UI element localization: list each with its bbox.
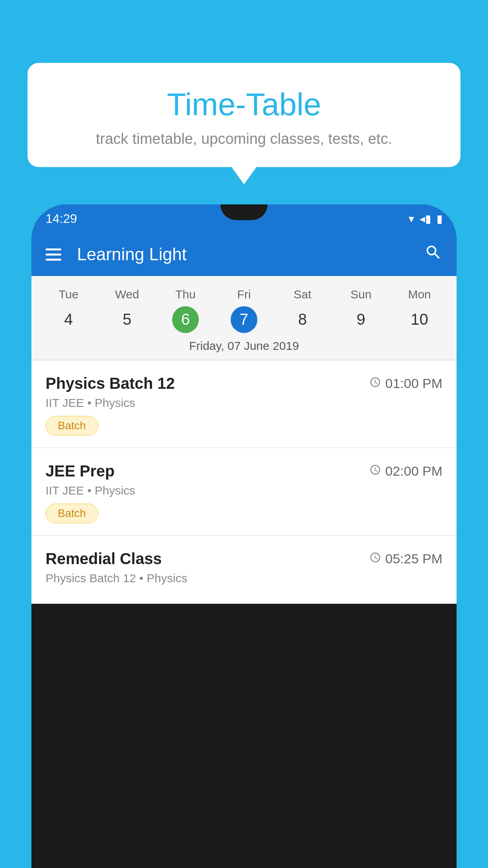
schedule-item-1-time-text: 01:00 PM [385, 376, 442, 391]
app-title: Learning Light [77, 245, 413, 264]
schedule-item-1-tag: Batch [46, 416, 98, 436]
schedule-item-1-title: Physics Batch 12 [46, 375, 175, 392]
schedule-item-1-subtitle: IIT JEE • Physics [46, 396, 442, 410]
clock-icon-2 [369, 464, 381, 479]
status-icons: ▾ ◂▮ ▮ [409, 212, 442, 225]
day-8[interactable]: 8 [273, 305, 332, 334]
day-10[interactable]: 10 [390, 305, 449, 334]
schedule-item-3-time: 05:25 PM [369, 551, 442, 566]
status-bar: 14:29 ▾ ◂▮ ▮ [31, 204, 457, 233]
schedule-item-2[interactable]: JEE Prep 02:00 PM IIT JEE • Physics Batc… [31, 448, 457, 536]
schedule-item-1[interactable]: Physics Batch 12 01:00 PM IIT JEE • Phys… [31, 360, 457, 448]
day-header-wed: Wed [98, 284, 156, 305]
tooltip-subtitle: track timetable, upcoming classes, tests… [51, 131, 437, 147]
day-7-selected[interactable]: 7 [215, 305, 273, 334]
schedule-list: Physics Batch 12 01:00 PM IIT JEE • Phys… [31, 360, 457, 604]
schedule-item-3-time-text: 05:25 PM [385, 551, 442, 566]
schedule-item-3-subtitle: Physics Batch 12 • Physics [46, 572, 442, 585]
day-6-today[interactable]: 6 [156, 305, 215, 334]
day-4[interactable]: 4 [39, 305, 98, 334]
search-button[interactable] [424, 243, 442, 266]
day-header-sun: Sun [332, 284, 390, 305]
day-header-fri: Fri [215, 284, 273, 305]
day-headers: Tue Wed Thu Fri Sat Sun Mon [31, 284, 457, 305]
tooltip-title: Time-Table [51, 86, 437, 123]
selected-date-label: Friday, 07 June 2019 [31, 334, 457, 360]
day-header-thu: Thu [156, 284, 215, 305]
schedule-item-2-time: 02:00 PM [369, 463, 442, 479]
phone-notch [220, 204, 268, 220]
tooltip-card: Time-Table track timetable, upcoming cla… [28, 63, 460, 167]
calendar-strip: Tue Wed Thu Fri Sat Sun Mon 4 5 6 7 [31, 276, 457, 360]
day-5[interactable]: 5 [98, 305, 156, 334]
clock-icon-1 [369, 376, 381, 391]
day-9[interactable]: 9 [332, 305, 390, 334]
day-header-mon: Mon [390, 284, 449, 305]
wifi-icon: ▾ [409, 212, 414, 225]
schedule-item-2-time-text: 02:00 PM [385, 463, 442, 479]
status-time: 14:29 [46, 211, 77, 226]
schedule-item-2-header: JEE Prep 02:00 PM [46, 462, 442, 480]
schedule-item-3-title: Remedial Class [46, 550, 162, 568]
phone-frame: 14:29 ▾ ◂▮ ▮ Learning Light Tue Wed Thu [31, 204, 457, 868]
day-numbers: 4 5 6 7 8 9 10 [31, 305, 457, 334]
schedule-item-1-header: Physics Batch 12 01:00 PM [46, 375, 442, 392]
schedule-item-2-tag: Batch [46, 504, 98, 523]
schedule-item-2-title: JEE Prep [46, 462, 115, 480]
clock-icon-3 [369, 552, 381, 566]
phone-screen: Tue Wed Thu Fri Sat Sun Mon 4 5 6 7 [31, 276, 457, 604]
app-bar: Learning Light [31, 233, 457, 276]
hamburger-menu[interactable] [46, 248, 61, 261]
schedule-item-1-time: 01:00 PM [369, 376, 442, 391]
signal-icon: ◂▮ [420, 212, 431, 225]
day-header-sat: Sat [273, 284, 332, 305]
day-header-tue: Tue [39, 284, 98, 305]
battery-icon: ▮ [437, 212, 442, 225]
schedule-item-2-subtitle: IIT JEE • Physics [46, 484, 442, 497]
schedule-item-3[interactable]: Remedial Class 05:25 PM Physics Batch 12… [31, 536, 457, 604]
schedule-item-3-header: Remedial Class 05:25 PM [46, 550, 442, 568]
